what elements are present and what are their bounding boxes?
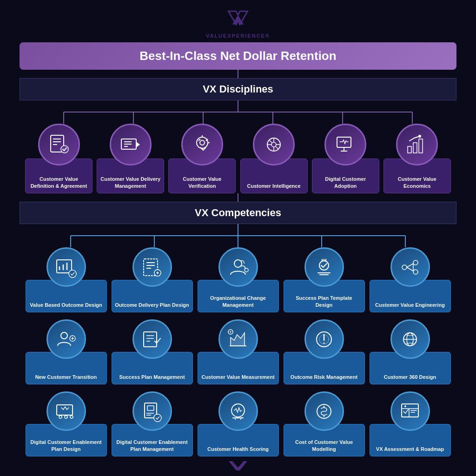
top-banner-text: Best-In-Class Net Dollar Retention [139,49,336,63]
svg-point-35 [418,135,421,138]
competencies-banner: VX Competencies [20,202,456,224]
competency-circle-0-4 [390,247,430,287]
competency-item-1-1: Success Plan Management [112,319,193,384]
logo-text: VALUEXPERIENCE® [20,33,456,39]
outcome-design-icon [55,256,77,278]
discipline-label-5: Customer Value Economics [387,176,448,189]
svg-point-14 [61,145,68,153]
competency-circle-2-3 [304,391,344,431]
org-change-icon [227,256,249,278]
competency-circle-2-2 [218,391,258,431]
competency-circle-0-1 [132,247,172,287]
delivery-plan-icon [141,256,163,278]
competency-label-0-2: Organizational Change Management [201,295,276,308]
svg-point-55 [234,260,242,267]
value-measurement-icon [227,328,249,350]
discipline-label-0: Customer Value Definition & Agreement [28,176,89,189]
competencies-tree-connector [29,224,447,247]
competency-circle-0-3 [304,247,344,287]
logo-area: VALUEXPERIENCE® [20,9,456,39]
competency-item-0-1: Outcome Delivery Plan Design [112,247,193,312]
vx-assessment-icon [399,400,421,423]
disciplines-banner: VX Disciplines [20,78,456,100]
discipline-item-0: Customer Value Definition & Agreement [25,124,93,193]
svg-point-65 [413,270,418,274]
disciplines-tree-connector [29,100,447,124]
competency-circle-0-0 [46,247,86,287]
digital-enablement-design-icon [55,400,77,423]
competency-item-0-2: Organizational Change Management [198,247,279,312]
bottom-vx-icon [229,461,247,470]
competency-circle-1-3 [304,319,344,359]
v-connector-2 [20,193,456,202]
discipline-label-1: Customer Value Delivery Management [100,176,161,189]
competencies-row-2: New Customer Transition Success Plan Man… [20,319,456,384]
svg-point-56 [245,268,248,272]
competency-item-1-3: Outcome Risk Management [284,319,365,384]
svg-rect-73 [144,332,157,347]
competency-label-2-1: Digital Customer Enablement Plan Managem… [115,439,190,452]
competency-item-1-4: Customer 360 Design [370,319,451,384]
competency-item-2-2: Customer Health Scoring [198,391,279,456]
competency-item-2-3: Cost of Customer Value Modelling [284,391,365,456]
svg-point-88 [59,416,62,418]
vx-logo-icon [226,9,250,30]
competency-item-2-0: Digital Customer Enablement Plan Design [26,391,107,456]
competency-item-0-0: Value Based Outcome Design [26,247,107,312]
new-customer-icon [55,328,77,350]
competency-circle-2-4 [390,391,430,431]
svg-point-90 [70,416,73,418]
v-connector-1 [238,70,238,78]
competency-item-2-4: VX Assessment & Roadmap [370,391,451,456]
customer-360-icon [399,328,421,350]
discipline-circle-3 [253,124,295,165]
top-banner: Best-In-Class Net Dollar Retention [20,42,456,70]
definition-icon [47,132,71,157]
competency-circle-2-1 [132,391,172,431]
competency-item-1-2: Customer Value Measurement [198,319,279,384]
verification-icon [190,132,214,157]
health-scoring-icon [227,400,249,423]
svg-point-69 [61,332,67,339]
svg-point-24 [271,142,276,147]
competency-circle-1-1 [132,319,172,359]
svg-line-66 [407,264,413,267]
discipline-circle-1 [110,124,152,165]
discipline-circle-5 [396,124,438,165]
svg-rect-33 [413,143,417,153]
discipline-circle-2 [181,124,223,165]
svg-rect-34 [419,139,423,153]
main-container: VALUEXPERIENCE® Best-In-Class Net Dollar… [10,5,466,476]
discipline-label-4: Digital Customer Adoption [315,176,376,189]
competency-item-0-4: Customer Value Engineering [370,247,451,312]
digital-enablement-mgmt-icon [141,400,163,423]
competency-label-0-3: Success Plan Template Design [287,295,362,308]
competencies-title: VX Competencies [195,207,281,218]
competency-label-1-3: Outcome Risk Management [291,374,357,380]
competency-label-1-1: Success Plan Management [119,374,185,380]
svg-rect-32 [408,146,411,153]
intelligence-icon [262,132,286,157]
svg-rect-29 [337,137,351,147]
competency-circle-1-2 [218,319,258,359]
competency-label-1-4: Customer 360 Design [384,374,436,380]
svg-point-82 [324,342,325,344]
svg-point-20 [200,140,205,145]
competencies-row-3: Digital Customer Enablement Plan Design … [20,391,456,456]
success-plan-icon [141,328,163,350]
competency-label-1-0: New Customer Transition [35,374,97,380]
discipline-item-2: Customer Value Verification [168,124,236,193]
svg-point-106 [404,405,406,407]
discipline-circle-4 [324,124,366,165]
competency-item-2-1: Digital Customer Enablement Plan Managem… [112,391,193,456]
competency-label-2-2: Customer Health Scoring [207,446,269,452]
competencies-row-1: Value Based Outcome Design Outcome Deliv… [20,247,456,312]
competency-item-1-0: New Customer Transition [26,319,107,384]
svg-line-67 [407,267,413,271]
svg-point-95 [154,414,161,422]
discipline-circle-0 [38,124,80,165]
disciplines-title: VX Disciplines [203,83,273,95]
discipline-item-4: Digital Customer Adoption [312,124,379,193]
competency-label-2-4: VX Assessment & Roadmap [376,446,444,452]
svg-point-63 [402,265,407,270]
